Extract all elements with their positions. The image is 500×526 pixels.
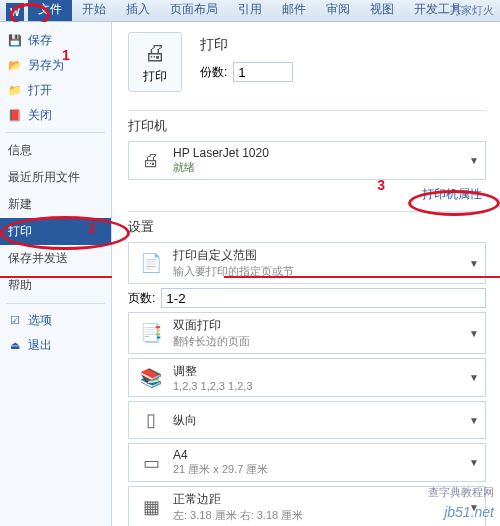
orient-main: 纵向 — [173, 412, 469, 429]
margins-sub: 左: 3.18 厘米 右: 3.18 厘米 — [173, 508, 469, 523]
duplex-main: 双面打印 — [173, 317, 469, 334]
print-button-label: 打印 — [143, 68, 167, 85]
collate-dropdown[interactable]: 📚 调整 1,2,3 1,2,3 1,2,3 ▼ — [128, 358, 486, 397]
paper-icon: ▭ — [135, 449, 167, 477]
duplex-dropdown[interactable]: 📑 双面打印 翻转长边的页面 ▼ — [128, 312, 486, 354]
sidebar-item-recent[interactable]: 最近所用文件 — [0, 164, 111, 191]
sidebar-item-saveas[interactable]: 📂另存为 — [0, 53, 111, 78]
sidebar-item-label: 关闭 — [28, 107, 52, 124]
watermark-text-2: 查字典教程网 — [428, 485, 494, 500]
open-icon: 📁 — [8, 84, 22, 98]
printer-device-icon: 🖨 — [135, 147, 167, 175]
sidebar-item-label: 退出 — [28, 337, 52, 354]
sidebar-item-options[interactable]: ☑选项 — [0, 308, 111, 333]
pages-label: 页数: — [128, 290, 155, 307]
printer-name: HP LaserJet 1020 — [173, 146, 469, 160]
print-range-dropdown[interactable]: 📄 打印自定义范围 输入要打印的指定页或节 ▼ — [128, 242, 486, 284]
sidebar-item-new[interactable]: 新建 — [0, 191, 111, 218]
chevron-down-icon: ▼ — [469, 415, 479, 426]
portrait-icon: ▯ — [135, 406, 167, 434]
tab-mail[interactable]: 邮件 — [272, 0, 316, 21]
printer-status: 就绪 — [173, 160, 469, 175]
tab-file[interactable]: 文件 — [28, 0, 72, 21]
saveas-icon: 📂 — [8, 59, 22, 73]
collate-main: 调整 — [173, 363, 469, 380]
sidebar-separator — [6, 303, 105, 304]
annotation-3: 3 — [377, 177, 385, 193]
sidebar-item-save[interactable]: 💾保存 — [0, 28, 111, 53]
sidebar-item-label: 打开 — [28, 82, 52, 99]
orientation-dropdown[interactable]: ▯ 纵向 ▼ — [128, 401, 486, 439]
collate-sub: 1,2,3 1,2,3 1,2,3 — [173, 380, 469, 392]
pages-icon: 📄 — [135, 249, 167, 277]
sidebar-item-help[interactable]: 帮助 — [0, 272, 111, 299]
sidebar-item-info[interactable]: 信息 — [0, 137, 111, 164]
sidebar-item-label: 另存为 — [28, 57, 64, 74]
word-icon: W — [6, 3, 24, 21]
sidebar-item-close[interactable]: 📕关闭 — [0, 103, 111, 128]
sidebar-item-exit[interactable]: ⏏退出 — [0, 333, 111, 358]
options-icon: ☑ — [8, 314, 22, 328]
tab-review[interactable]: 审阅 — [316, 0, 360, 21]
range-main: 打印自定义范围 — [173, 247, 469, 264]
tab-references[interactable]: 引用 — [228, 0, 272, 21]
tab-view[interactable]: 视图 — [360, 0, 404, 21]
duplex-sub: 翻转长边的页面 — [173, 334, 469, 349]
margins-icon: ▦ — [135, 493, 167, 521]
chevron-down-icon: ▼ — [469, 258, 479, 269]
range-sub: 输入要打印的指定页或节 — [173, 264, 469, 279]
sidebar-item-label: 选项 — [28, 312, 52, 329]
tab-home[interactable]: 开始 — [72, 0, 116, 21]
printer-dropdown[interactable]: 🖨 HP LaserJet 1020 就绪 ▼ — [128, 141, 486, 180]
copies-input[interactable] — [233, 62, 293, 82]
print-pane: 🖨 打印 打印 份数: 打印机 🖨 HP LaserJet 1020 就绪 ▼ … — [112, 22, 500, 526]
pages-input[interactable] — [161, 288, 486, 308]
tab-insert[interactable]: 插入 — [116, 0, 160, 21]
printer-icon: 🖨 — [144, 40, 166, 66]
print-title: 打印 — [200, 36, 293, 54]
exit-icon: ⏏ — [8, 339, 22, 353]
ribbon-tabs: W 文件 开始 插入 页面布局 引用 邮件 审阅 视图 开发工具 — [0, 0, 500, 22]
section-settings-label: 设置 — [128, 211, 486, 236]
collate-icon: 📚 — [135, 364, 167, 392]
duplex-icon: 📑 — [135, 319, 167, 347]
annotation-2: 2 — [88, 220, 96, 236]
sidebar-item-saveship[interactable]: 保存并发送 — [0, 245, 111, 272]
chevron-down-icon: ▼ — [469, 457, 479, 468]
sidebar-item-label: 保存 — [28, 32, 52, 49]
close-icon: 📕 — [8, 109, 22, 123]
paper-dropdown[interactable]: ▭ A4 21 厘米 x 29.7 厘米 ▼ — [128, 443, 486, 482]
chevron-down-icon: ▼ — [469, 328, 479, 339]
print-button[interactable]: 🖨 打印 — [128, 32, 182, 92]
sidebar-item-open[interactable]: 📁打开 — [0, 78, 111, 103]
paper-sub: 21 厘米 x 29.7 厘米 — [173, 462, 469, 477]
backstage-sidebar: 1 💾保存 📂另存为 📁打开 📕关闭 信息 最近所用文件 新建 2 打印 保存并… — [0, 22, 112, 526]
section-printer-label: 打印机 — [128, 110, 486, 135]
sidebar-separator — [6, 132, 105, 133]
copies-label: 份数: — [200, 64, 227, 81]
chevron-down-icon: ▼ — [469, 155, 479, 166]
paper-main: A4 — [173, 448, 469, 462]
save-icon: 💾 — [8, 34, 22, 48]
annotation-1: 1 — [62, 47, 70, 63]
chevron-down-icon: ▼ — [469, 372, 479, 383]
titlebar-text: 万家灯火 — [450, 3, 494, 18]
tab-layout[interactable]: 页面布局 — [160, 0, 228, 21]
watermark-text: jb51.net — [444, 504, 494, 520]
margins-main: 正常边距 — [173, 491, 469, 508]
printer-properties-link[interactable]: 打印机属性 — [128, 184, 486, 205]
